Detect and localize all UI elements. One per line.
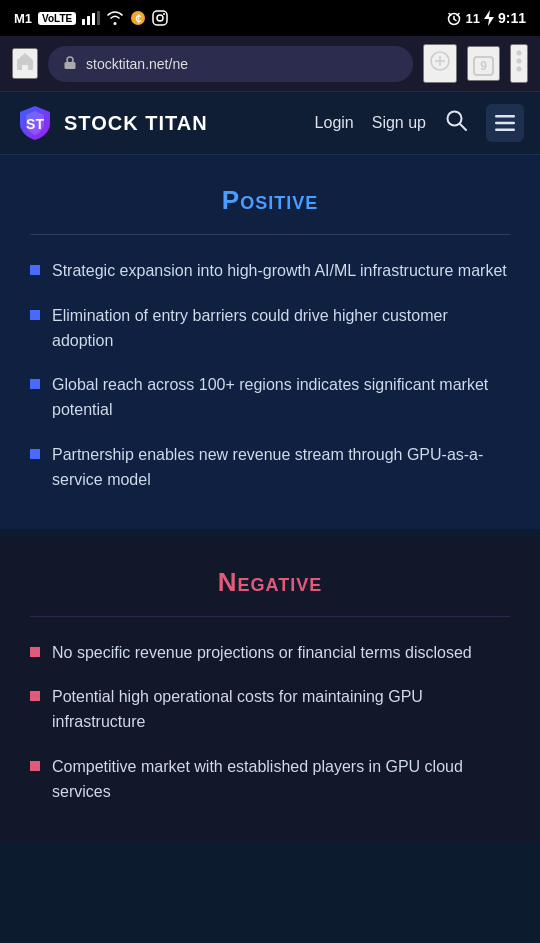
bullet-text: Partnership enables new revenue stream t…	[52, 443, 510, 493]
status-right: 11 9:11	[446, 10, 527, 26]
svg-point-8	[163, 13, 165, 15]
svg-rect-1	[87, 16, 90, 25]
positive-title: Positive	[30, 185, 510, 216]
bullet-marker	[30, 449, 40, 459]
svg-text:ST: ST	[26, 116, 44, 132]
main-content: Positive Strategic expansion into high-g…	[0, 155, 540, 841]
hamburger-menu-button[interactable]	[486, 104, 524, 142]
url-secure-icon	[62, 54, 78, 74]
svg-marker-14	[484, 10, 494, 26]
svg-point-22	[517, 67, 522, 72]
search-button[interactable]	[444, 108, 468, 138]
site-logo[interactable]: ST STOCK TITAN	[16, 104, 208, 142]
svg-rect-6	[153, 11, 167, 25]
svg-line-11	[454, 19, 456, 21]
carrier-label: M1	[14, 11, 32, 26]
signal-icon	[82, 11, 100, 25]
svg-rect-0	[82, 19, 85, 25]
wifi-icon	[106, 11, 124, 25]
negative-bullet-list: No specific revenue projections or finan…	[30, 641, 510, 805]
coin-icon: ₵	[130, 10, 146, 26]
bullet-text: Elimination of entry barriers could driv…	[52, 304, 510, 354]
browser-menu-button[interactable]	[510, 44, 528, 83]
login-link[interactable]: Login	[315, 114, 354, 132]
negative-section: Negative No specific revenue projections…	[0, 537, 540, 841]
negative-divider	[30, 616, 510, 617]
list-item: Strategic expansion into high-growth AI/…	[30, 259, 510, 284]
time-display: 9:11	[498, 10, 526, 26]
new-tab-button[interactable]	[423, 44, 457, 83]
bullet-marker	[30, 265, 40, 275]
url-bar[interactable]: stocktitan.net/ne	[48, 46, 413, 82]
negative-title: Negative	[30, 567, 510, 598]
charging-icon	[484, 10, 494, 26]
svg-line-25	[460, 124, 466, 130]
home-button[interactable]	[12, 48, 38, 79]
signup-link[interactable]: Sign up	[372, 114, 426, 132]
bullet-marker	[30, 310, 40, 320]
list-item: Elimination of entry barriers could driv…	[30, 304, 510, 354]
bullet-text: No specific revenue projections or finan…	[52, 641, 472, 666]
instagram-icon	[152, 10, 168, 26]
bullet-marker	[30, 761, 40, 771]
positive-divider	[30, 234, 510, 235]
shield-logo-icon: ST	[16, 104, 54, 142]
bullet-text: Competitive market with established play…	[52, 755, 510, 805]
svg-point-21	[517, 59, 522, 64]
nav-links: Login Sign up	[315, 104, 524, 142]
svg-text:₵: ₵	[135, 13, 141, 24]
volte-badge: VoLTE	[38, 12, 76, 25]
svg-rect-16	[65, 62, 76, 69]
bullet-text: Potential high operational costs for mai…	[52, 685, 510, 735]
status-left: M1 VoLTE ₵	[14, 10, 168, 26]
bullet-marker	[30, 647, 40, 657]
svg-rect-28	[495, 129, 515, 132]
list-item: Competitive market with established play…	[30, 755, 510, 805]
battery-percent: 11	[466, 11, 480, 26]
positive-section: Positive Strategic expansion into high-g…	[0, 155, 540, 529]
list-item: Potential high operational costs for mai…	[30, 685, 510, 735]
status-bar: M1 VoLTE ₵	[0, 0, 540, 36]
navigation-bar: ST STOCK TITAN Login Sign up	[0, 92, 540, 155]
bullet-text: Global reach across 100+ regions indicat…	[52, 373, 510, 423]
tab-count: 9	[473, 56, 494, 76]
url-text: stocktitan.net/ne	[86, 56, 399, 72]
svg-rect-27	[495, 122, 515, 125]
tab-switcher-button[interactable]: 9	[467, 46, 500, 81]
browser-toolbar: stocktitan.net/ne 9	[0, 36, 540, 92]
list-item: Global reach across 100+ regions indicat…	[30, 373, 510, 423]
alarm-icon	[446, 10, 462, 26]
svg-rect-3	[97, 11, 100, 25]
positive-bullet-list: Strategic expansion into high-growth AI/…	[30, 259, 510, 493]
list-item: Partnership enables new revenue stream t…	[30, 443, 510, 493]
svg-point-20	[517, 51, 522, 56]
svg-rect-26	[495, 115, 515, 118]
bullet-marker	[30, 379, 40, 389]
bullet-marker	[30, 691, 40, 701]
list-item: No specific revenue projections or finan…	[30, 641, 510, 666]
site-title: STOCK TITAN	[64, 112, 208, 135]
svg-point-7	[157, 15, 163, 21]
bullet-text: Strategic expansion into high-growth AI/…	[52, 259, 507, 284]
svg-rect-2	[92, 13, 95, 25]
